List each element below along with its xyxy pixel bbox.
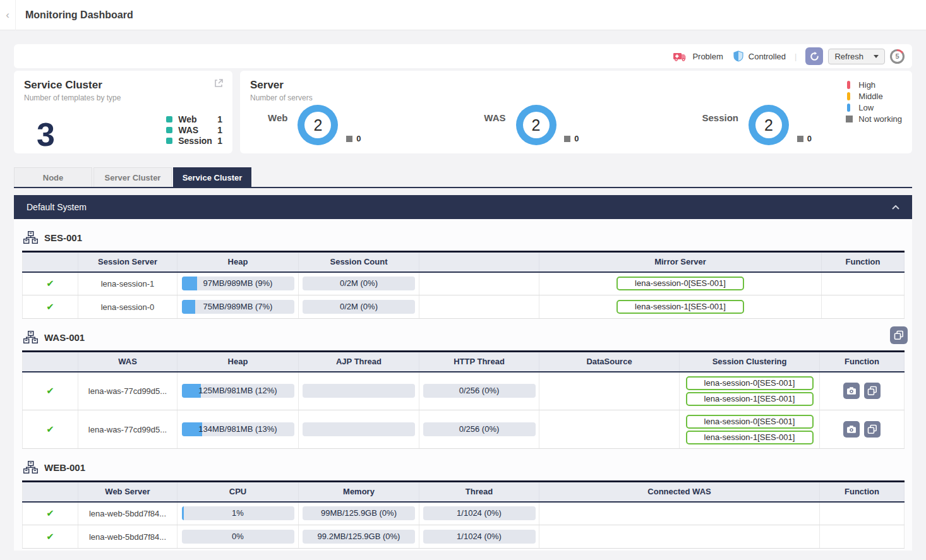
function-buttons [820, 383, 904, 399]
donut-label: WAS [484, 112, 505, 123]
problem-filter[interactable]: Problem [692, 52, 723, 61]
tab-node[interactable]: Node [14, 167, 92, 187]
status-label: Not working [858, 114, 902, 124]
function-cell [820, 372, 905, 410]
tab-service-cluster[interactable]: Service Cluster [173, 167, 251, 187]
meter-value: 1% [182, 506, 294, 520]
status-ok-check-icon: ✔ [46, 531, 54, 542]
donut-value: 2 [755, 112, 782, 138]
legend-label: WAS [178, 125, 217, 135]
refresh-interval-select[interactable]: Refresh [828, 49, 885, 64]
legend-item-session: Session1 [166, 136, 222, 146]
legend-label: Session [178, 136, 217, 146]
server-name-cell: lena-web-5bdd7f84... [78, 502, 177, 525]
status-swatch-wrap [846, 104, 854, 112]
section-title: SES-001 [44, 232, 82, 243]
monitor-table-was-001: WASHeapAJP ThreadHTTP ThreadDataSourceSe… [22, 350, 905, 449]
server-card-subtitle: Number of servers [250, 93, 902, 102]
refresh-countdown: 5 [890, 49, 905, 64]
session-link-tag[interactable]: lena-session-0[SES-001] [686, 415, 814, 429]
server-name: lena-web-5bdd7f84... [89, 509, 166, 518]
not-working-indicator: 0 [797, 134, 812, 143]
donut-label: Session [702, 112, 738, 123]
mirror-server-cell: lena-session-0[SES-001] [539, 272, 822, 295]
column-header-cpu: CPU [177, 482, 299, 502]
heap-cell: 97MB/989MB (9%) [177, 272, 299, 295]
cpu-meter: 1% [182, 506, 294, 520]
donut-value: 2 [304, 112, 331, 138]
function-cell [820, 410, 905, 449]
session-link-tag[interactable]: lena-session-0[SES-001] [686, 376, 814, 390]
countdown-value: 5 [892, 51, 903, 62]
function-camera-button[interactable] [843, 421, 860, 438]
memory-meter: 99.2MB/125.9GB (0%) [303, 530, 415, 544]
cluster-icon [23, 461, 38, 474]
meter-value: 0/256 (0%) [423, 422, 536, 436]
column-header-session-clustering: Session Clustering [680, 352, 820, 372]
ajp-thread-cell [299, 410, 419, 449]
system-bar: Default System [14, 195, 912, 219]
session-link-tag[interactable]: lena-session-0[SES-001] [616, 277, 744, 290]
http-thread-meter: 0/256 (0%) [423, 422, 536, 436]
legend-value: 1 [217, 114, 222, 124]
status-ok-check-icon: ✔ [46, 301, 54, 312]
table-row: ✔lena-web-5bdd7f84...0%99.2MB/125.9GB (0… [23, 525, 905, 549]
legend-swatch [166, 127, 172, 133]
app-header: ‹ Monitoring Dashboard [0, 0, 926, 30]
status-legend-high: High [846, 80, 902, 90]
donut-chart: 20 [516, 105, 556, 145]
heap-meter: 125MB/981MB (12%) [182, 384, 294, 398]
status-swatch [847, 104, 850, 112]
ajp-thread-meter [303, 384, 415, 398]
meter-value: 99.2MB/125.9GB (0%) [303, 530, 415, 544]
donut-chart: 20 [749, 105, 789, 145]
heap-cell: 125MB/981MB (12%) [177, 372, 299, 410]
status-cell: ✔ [23, 372, 78, 410]
function-camera-button[interactable] [843, 383, 860, 399]
session-link-tag[interactable]: lena-session-1[SES-001] [616, 300, 744, 314]
donut-label: Web [268, 112, 287, 123]
back-icon[interactable]: ‹ [0, 9, 15, 21]
status-label: Low [858, 103, 874, 112]
toolbar: Problem Controlled | Refresh 5 [14, 44, 912, 68]
cpu-cell: 1% [177, 502, 299, 525]
not-working-swatch [346, 136, 352, 142]
server-donut-session: Session20 [702, 105, 789, 145]
status-cell: ✔ [23, 295, 78, 319]
donut-value: 2 [523, 112, 550, 138]
function-copy-button[interactable] [864, 421, 881, 438]
external-link-icon[interactable] [213, 78, 224, 91]
session-link-tag[interactable]: lena-session-1[SES-001] [686, 392, 814, 406]
template-type-legend: Web1WAS1Session1 [166, 114, 222, 146]
not-working-indicator: 0 [564, 134, 579, 143]
collapse-chevron-up-icon[interactable] [892, 205, 899, 210]
memory-meter: 99MB/125.9GB (0%) [303, 506, 415, 520]
meter-value: 125MB/981MB (12%) [182, 384, 294, 398]
memory-cell: 99.2MB/125.9GB (0%) [299, 525, 419, 549]
section-copy-all-button[interactable] [890, 326, 908, 344]
legend-swatch [166, 116, 172, 122]
controlled-filter[interactable]: Controlled [749, 52, 786, 61]
column-header-heap: Heap [177, 252, 299, 272]
legend-value: 1 [217, 136, 222, 146]
session-link-tag[interactable]: lena-session-1[SES-001] [686, 431, 814, 444]
server-card: Server Number of servers Web20WAS20Sessi… [240, 71, 912, 153]
tab-server-cluster[interactable]: Server Cluster [93, 167, 172, 187]
meter-value: 97MB/989MB (9%) [182, 277, 294, 290]
legend-label: Web [178, 114, 217, 124]
session-count-cell: 0/2M (0%) [299, 295, 419, 319]
status-ok-check-icon: ✔ [46, 278, 54, 289]
column-header-session-count: Session Count [299, 252, 419, 272]
session-count-meter: 0/2M (0%) [303, 277, 415, 290]
empty-cell [539, 372, 680, 410]
refresh-now-button[interactable] [805, 47, 823, 65]
meter-value: 0/2M (0%) [303, 300, 415, 314]
empty-cell [419, 272, 539, 295]
chevron-down-icon [874, 55, 879, 58]
table-row: ✔lena-session-197MB/989MB (9%)0/2M (0%)l… [23, 272, 905, 295]
heap-cell: 134MB/981MB (13%) [177, 410, 299, 449]
column-header-memory: Memory [299, 482, 419, 502]
status-legend-middle: Middle [846, 92, 902, 101]
function-copy-button[interactable] [864, 383, 881, 399]
legend-item-web: Web1 [166, 114, 222, 124]
